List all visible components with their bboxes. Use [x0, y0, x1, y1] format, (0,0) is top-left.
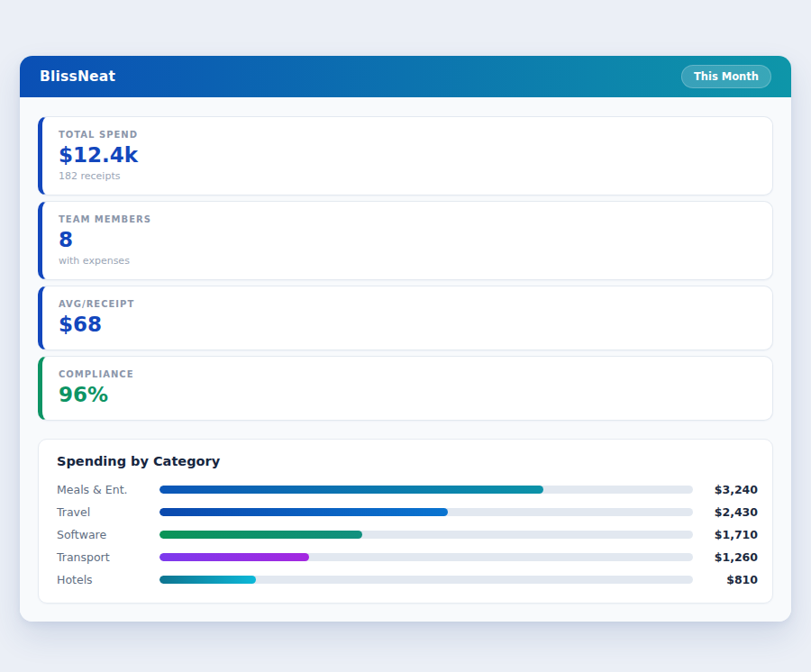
dashboard-content: TOTAL SPEND $12.4k 182 receipts TEAM MEM…	[20, 97, 791, 622]
stat-value: 96%	[59, 381, 756, 408]
category-row-hotels: Hotels $810	[57, 568, 758, 591]
category-label: Hotels	[57, 573, 159, 586]
bar-track	[159, 508, 693, 516]
stat-label: COMPLIANCE	[59, 368, 756, 381]
category-value: $1,710	[702, 528, 758, 541]
stat-sub: with expenses	[59, 254, 756, 268]
stat-card-team-members: TEAM MEMBERS 8 with expenses	[38, 201, 773, 280]
stat-value: $12.4k	[59, 141, 756, 168]
stat-card-avg-receipt: AVG/RECEIPT $68	[38, 286, 773, 350]
bar-fill-hotels	[159, 576, 256, 584]
category-value: $2,430	[702, 505, 758, 519]
bar-fill-transport	[159, 553, 309, 561]
period-badge[interactable]: This Month	[681, 65, 771, 88]
category-label: Meals & Ent.	[57, 483, 159, 496]
category-row-travel: Travel $2,430	[57, 501, 758, 523]
stat-sub: 182 receipts	[59, 169, 756, 183]
bar-track	[159, 531, 693, 539]
category-value: $810	[702, 573, 758, 586]
bar-fill-software	[159, 531, 362, 539]
bar-fill-meals	[159, 486, 543, 494]
stat-label: TEAM MEMBERS	[59, 213, 756, 226]
category-label: Transport	[57, 550, 159, 564]
category-row-meals: Meals & Ent. $3,240	[57, 478, 758, 501]
bar-fill-travel	[159, 508, 448, 516]
bar-track	[159, 553, 693, 561]
stat-value: 8	[59, 226, 756, 253]
bar-track	[159, 576, 693, 584]
category-row-software: Software $1,710	[57, 523, 758, 546]
category-row-transport: Transport $1,260	[57, 546, 758, 568]
category-label: Travel	[57, 505, 159, 519]
stat-card-total-spend: TOTAL SPEND $12.4k 182 receipts	[38, 116, 773, 195]
app-header: BlissNeat This Month	[20, 56, 791, 97]
stat-label: AVG/RECEIPT	[59, 298, 756, 311]
stat-label: TOTAL SPEND	[59, 129, 756, 141]
spending-by-category-panel: Spending by Category Meals & Ent. $3,240…	[38, 439, 773, 604]
stat-value: $68	[59, 311, 756, 338]
dashboard-panel: BlissNeat This Month TOTAL SPEND $12.4k …	[20, 56, 791, 622]
section-title: Spending by Category	[57, 454, 758, 468]
category-label: Software	[57, 528, 159, 541]
bar-track	[159, 486, 693, 494]
stat-card-compliance: COMPLIANCE 96%	[38, 356, 773, 421]
category-value: $1,260	[702, 550, 758, 564]
category-value: $3,240	[702, 483, 758, 496]
app-title: BlissNeat	[40, 68, 115, 85]
